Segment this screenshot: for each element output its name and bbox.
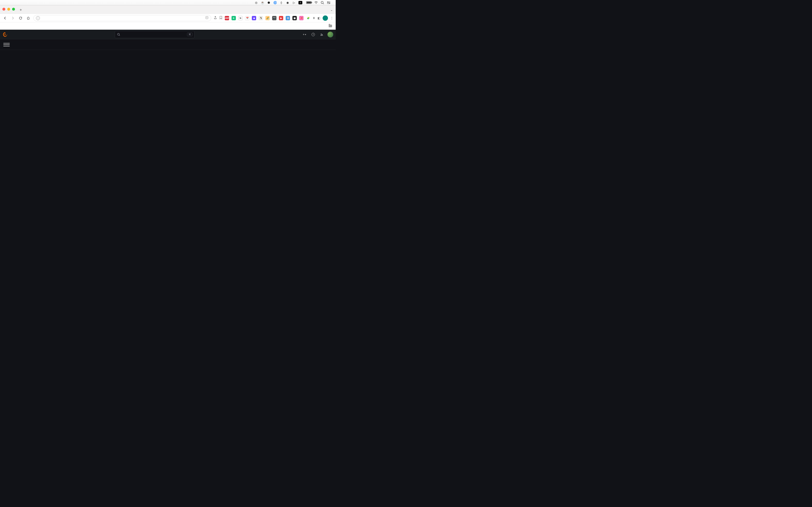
svg-point-8 bbox=[117, 33, 119, 35]
nav-home-button[interactable] bbox=[26, 15, 31, 21]
window-minimize-button[interactable] bbox=[7, 8, 10, 11]
control-center-icon[interactable] bbox=[327, 1, 331, 4]
extensions-icon[interactable]: 🧩 bbox=[306, 16, 310, 20]
tab-strip: + ⌄ bbox=[0, 5, 336, 13]
folder-icon bbox=[329, 24, 332, 27]
search-kbd-hint: ⌘ bbox=[187, 33, 192, 36]
tray-icon[interactable]: ☕ bbox=[261, 1, 264, 4]
svg-line-9 bbox=[119, 35, 120, 36]
nav-back-button[interactable] bbox=[2, 15, 8, 21]
grafana-user-avatar[interactable] bbox=[327, 32, 333, 38]
ext-icon[interactable]: 📷 bbox=[272, 16, 276, 20]
tray-icon[interactable]: ◉ bbox=[286, 1, 289, 4]
ext-icon[interactable]: 🌈 bbox=[265, 16, 270, 20]
grafana-search-input[interactable]: ⌘ bbox=[115, 31, 195, 38]
tray-icon[interactable]: A bbox=[298, 1, 302, 4]
sidepanel-icon[interactable]: ◧ bbox=[317, 16, 320, 20]
tab-overflow-button[interactable]: ⌄ bbox=[329, 8, 334, 12]
browser-chrome: + ⌄ i bbox=[0, 5, 336, 30]
grafana-help-icon[interactable]: ? bbox=[310, 32, 316, 38]
install-pwa-icon[interactable] bbox=[205, 16, 209, 20]
bookmarks-all[interactable] bbox=[329, 24, 333, 27]
svg-point-1 bbox=[321, 1, 323, 3]
svg-text:?: ? bbox=[312, 33, 314, 36]
svg-point-6 bbox=[329, 3, 329, 3]
grafana-topbar: ⌘ + ▾ ? bbox=[0, 30, 336, 39]
ext-icon[interactable]: ▦ bbox=[292, 16, 297, 20]
svg-line-2 bbox=[323, 3, 324, 4]
profile-avatar[interactable] bbox=[323, 15, 328, 21]
svg-point-12 bbox=[321, 35, 321, 36]
ext-abp-icon[interactable]: ABP bbox=[225, 16, 229, 20]
site-info-icon[interactable]: i bbox=[36, 16, 40, 20]
traffic-lights bbox=[1, 8, 17, 12]
wifi-icon[interactable] bbox=[314, 1, 318, 4]
ext-icon[interactable]: ◆ bbox=[252, 16, 256, 20]
window-zoom-button[interactable] bbox=[12, 8, 15, 11]
ext-notion-icon[interactable]: N bbox=[238, 16, 243, 20]
grafana-rss-icon[interactable] bbox=[319, 32, 325, 38]
browser-menu-icon[interactable]: ⋮ bbox=[331, 16, 333, 20]
window-close-button[interactable] bbox=[2, 8, 5, 11]
search-icon[interactable] bbox=[321, 1, 324, 4]
downloads-icon[interactable]: ⬍ bbox=[313, 16, 315, 20]
tray-icon[interactable]: ▷ bbox=[292, 1, 296, 4]
battery-icon bbox=[306, 1, 311, 4]
ext-calendar-icon[interactable]: 📅 bbox=[245, 16, 249, 20]
ext-icon[interactable]: ▶ bbox=[279, 16, 283, 20]
bookmark-icon[interactable] bbox=[219, 16, 222, 20]
url-bar: i ABP K N 📅 ◆ 🐧 🌈 📷 ▶ 🖼 ▦ bbox=[0, 13, 336, 22]
grafana-logo-icon[interactable] bbox=[2, 32, 8, 37]
svg-point-0 bbox=[316, 3, 316, 4]
bookmarks-bar bbox=[0, 22, 336, 30]
ext-icon[interactable]: 🖼 bbox=[286, 16, 290, 20]
address-bar[interactable]: i bbox=[33, 15, 211, 21]
new-tab-button[interactable]: + bbox=[17, 6, 24, 13]
ext-icon[interactable]: 🐧 bbox=[259, 16, 263, 20]
nav-reload-button[interactable] bbox=[18, 15, 23, 21]
grafana-plus-button[interactable]: + ▾ bbox=[301, 32, 308, 38]
mac-menubar: ◎ ☕ ⬢ 🌀 ⟠ ◉ ▷ A bbox=[0, 0, 336, 5]
svg-point-5 bbox=[327, 2, 328, 2]
grafana-menu-button[interactable] bbox=[3, 42, 10, 48]
tray-icon[interactable]: 🌀 bbox=[273, 1, 277, 4]
tray-icon[interactable]: ◎ bbox=[254, 1, 258, 4]
grafana-toolbar bbox=[0, 39, 336, 50]
battery-indicator[interactable] bbox=[305, 1, 311, 4]
share-icon[interactable] bbox=[214, 16, 217, 20]
ext-icon[interactable]: K bbox=[232, 16, 236, 20]
ext-icon[interactable]: 🐙 bbox=[299, 16, 304, 20]
tray-icon[interactable]: ⟠ bbox=[280, 1, 283, 4]
nav-forward-button[interactable] bbox=[10, 15, 15, 21]
tray-icon[interactable]: ⬢ bbox=[267, 1, 270, 4]
